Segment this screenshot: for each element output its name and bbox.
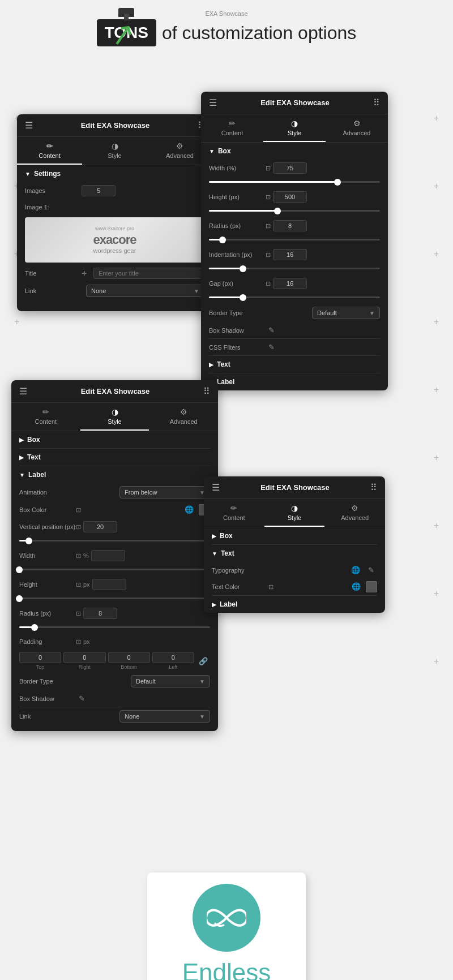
padding-top-input[interactable]: [19, 652, 61, 663]
panel2-header: ☰ Edit EXA Showcase ⠿: [201, 92, 388, 114]
responsive-icon: ⊡: [76, 552, 81, 560]
width-label: Width: [19, 552, 76, 559]
responsive-icon: ⊡: [76, 638, 81, 646]
top-label: Top: [19, 664, 61, 670]
panel2-title: Edit EXA Showcase: [217, 98, 373, 107]
border-type-row: Border Type Default ▼: [201, 304, 388, 322]
panel-content: ☰ Edit EXA Showcase ⠿ ✏ Content ◑ Style …: [17, 114, 212, 311]
box-section[interactable]: ▶ Box: [11, 431, 218, 448]
half-circle-icon: ◑: [112, 407, 118, 416]
grid-icon[interactable]: ⠿: [370, 482, 377, 493]
padding-bottom-input[interactable]: [108, 652, 150, 663]
edit-icon[interactable]: ✎: [365, 565, 377, 575]
tab-style[interactable]: ◑ Style: [80, 403, 149, 431]
tab-content[interactable]: ✏ Content: [204, 499, 264, 527]
arrow-down-icon: ▼: [19, 472, 25, 478]
globe-icon[interactable]: 🌐: [349, 581, 364, 592]
border-type-label: Border Type: [19, 678, 76, 685]
label-section[interactable]: ▼ Label: [11, 466, 218, 483]
tab-style[interactable]: ◑ Style: [264, 499, 325, 527]
width-label: Width (%): [209, 165, 266, 171]
border-type-dropdown[interactable]: Default ▼: [312, 307, 380, 319]
tab-content[interactable]: ✏ Content: [17, 137, 82, 165]
globe-icon[interactable]: 🌐: [182, 504, 196, 515]
tab-advanced[interactable]: ⚙ Advanced: [149, 403, 218, 431]
half-circle-icon: ◑: [291, 119, 298, 128]
padding-left-input[interactable]: [152, 652, 194, 663]
menu-icon[interactable]: ☰: [209, 97, 217, 108]
indentation-input[interactable]: [273, 249, 307, 260]
link-label: Link: [25, 287, 82, 294]
tab-style[interactable]: ◑ Style: [82, 137, 147, 165]
width-input[interactable]: [91, 550, 125, 561]
indentation-label: Indentation (px): [209, 251, 266, 258]
width-unit: %: [83, 552, 89, 559]
tab-style[interactable]: ◑ Style: [263, 114, 326, 142]
settings-section[interactable]: ▼ Settings: [17, 165, 212, 182]
edit-icon[interactable]: ✎: [266, 342, 277, 353]
vert-pos-input[interactable]: [83, 521, 117, 532]
border-type-dropdown[interactable]: Default ▼: [131, 675, 210, 687]
height-input[interactable]: [273, 191, 307, 203]
label-section[interactable]: ▶ Label: [204, 596, 385, 613]
height-row: Height ⊡ px: [11, 576, 218, 593]
half-circle-icon: ◑: [112, 141, 118, 151]
animation-dropdown[interactable]: From below ▼: [119, 486, 210, 498]
radius-slider[interactable]: [11, 622, 218, 634]
text-section[interactable]: ▼ Text: [204, 545, 385, 562]
link-dropdown[interactable]: None ▼: [119, 710, 210, 723]
responsive-icon: ⊡: [266, 280, 271, 287]
padding-right-input[interactable]: [63, 652, 105, 663]
edit-icon[interactable]: ✎: [266, 325, 277, 336]
border-type-row: Border Type Default ▼: [11, 672, 218, 690]
panel1-tabs: ✏ Content ◑ Style ⚙ Advanced: [17, 137, 212, 165]
grid-icon[interactable]: ⠿: [203, 386, 210, 397]
css-filters-label: CSS Filters: [209, 344, 266, 351]
box-section[interactable]: ▼ Box: [201, 143, 388, 160]
vert-pos-slider[interactable]: [11, 535, 218, 547]
endless-label: Endless: [182, 958, 271, 980]
tab-advanced[interactable]: ⚙ Advanced: [326, 114, 388, 142]
tab-advanced[interactable]: ⚙ Advanced: [324, 499, 385, 527]
gap-input[interactable]: [273, 278, 307, 289]
edit-icon[interactable]: ✎: [76, 693, 88, 704]
width-slider[interactable]: [11, 564, 218, 576]
tab-content[interactable]: ✏ Content: [201, 114, 263, 142]
panel4-header: ☰ Edit EXA Showcase ⠿: [204, 476, 385, 499]
width-slider[interactable]: [201, 177, 388, 188]
link-padding-icon[interactable]: 🔗: [199, 657, 208, 665]
title-input[interactable]: [93, 268, 204, 279]
radius-input[interactable]: [83, 608, 117, 619]
menu-icon[interactable]: ☰: [25, 120, 33, 131]
text-section[interactable]: ▶ Text: [201, 356, 388, 373]
radius-input[interactable]: [273, 220, 307, 231]
exa-showcase-label: EXA Showcase: [23, 10, 430, 17]
images-input[interactable]: [82, 185, 116, 196]
panel1-title: Edit EXA Showcase: [33, 121, 198, 130]
responsive-icon: ⊡: [76, 581, 81, 588]
panel4-title: Edit EXA Showcase: [220, 483, 370, 492]
grid-icon[interactable]: ⠿: [373, 97, 380, 108]
height-slider[interactable]: [201, 205, 388, 217]
radius-slider[interactable]: [201, 234, 388, 246]
globe-icon[interactable]: 🌐: [348, 565, 363, 575]
arrow-right-icon: ▶: [212, 533, 216, 539]
chevron-down-icon: ▼: [194, 288, 199, 294]
text-section[interactable]: ▶ Text: [11, 449, 218, 466]
radius-row: Radius (px) ⊡: [201, 217, 388, 234]
box-section[interactable]: ▶ Box: [204, 527, 385, 544]
height-input[interactable]: [92, 579, 126, 590]
pencil-icon: ✏: [229, 119, 236, 128]
label-section[interactable]: ▶ Label: [201, 373, 388, 390]
tab-content[interactable]: ✏ Content: [11, 403, 80, 431]
width-input[interactable]: [273, 162, 307, 174]
color-swatch[interactable]: [366, 581, 377, 592]
menu-icon[interactable]: ☰: [19, 386, 27, 397]
menu-icon[interactable]: ☰: [212, 482, 220, 493]
indentation-slider[interactable]: [201, 263, 388, 275]
height-slider[interactable]: [11, 593, 218, 605]
padding-unit: px: [83, 638, 90, 645]
link-dropdown[interactable]: None ▼: [86, 285, 204, 297]
gap-slider[interactable]: [201, 292, 388, 304]
pencil-icon: ✏: [46, 141, 53, 151]
